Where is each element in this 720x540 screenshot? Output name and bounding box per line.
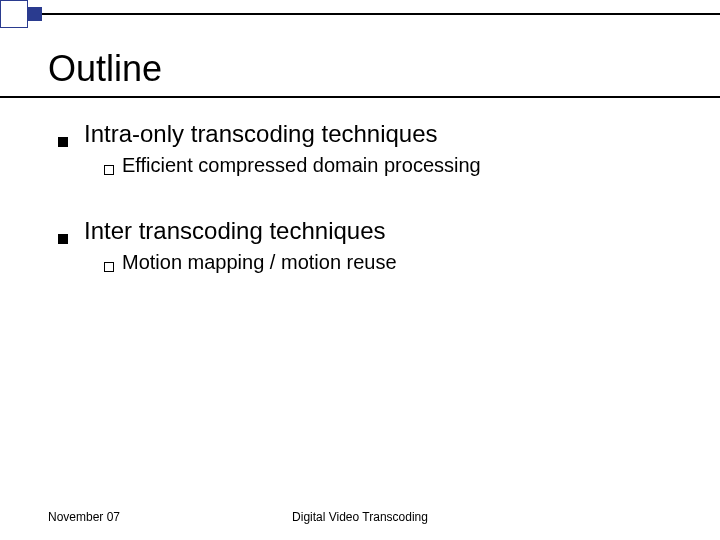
list-subitem-text: Efficient compressed domain processing: [122, 154, 481, 177]
bullet-filled-icon: [58, 137, 68, 147]
list-subitem-text: Motion mapping / motion reuse: [122, 251, 397, 274]
footer-title: Digital Video Transcoding: [0, 510, 720, 524]
bullet-hollow-icon: [104, 262, 114, 272]
list-item: Inter transcoding techniques: [58, 217, 680, 245]
list-item-text: Inter transcoding techniques: [84, 217, 386, 245]
bullet-filled-icon: [58, 234, 68, 244]
list-item: Intra-only transcoding techniques: [58, 120, 680, 148]
title-underline: [0, 96, 720, 98]
spacer: [58, 195, 680, 217]
deco-square-fill: [28, 7, 42, 21]
slide-content: Intra-only transcoding techniques Effici…: [58, 120, 680, 292]
list-subitem: Efficient compressed domain processing: [104, 154, 680, 177]
list-item-text: Intra-only transcoding techniques: [84, 120, 438, 148]
slide-title: Outline: [48, 48, 162, 90]
list-subitem: Motion mapping / motion reuse: [104, 251, 680, 274]
bullet-hollow-icon: [104, 165, 114, 175]
deco-line: [42, 13, 720, 15]
deco-square-outline: [0, 0, 28, 28]
